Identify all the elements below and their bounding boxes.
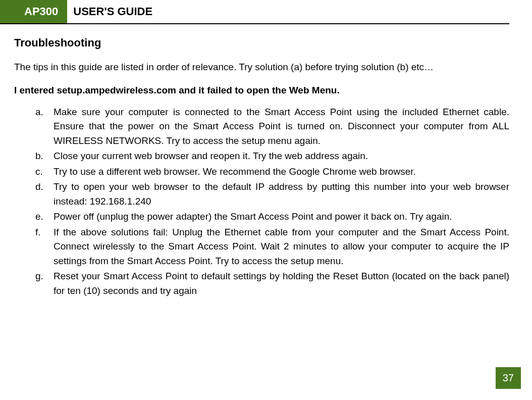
list-item: a. Make sure your computer is connected … <box>35 105 509 148</box>
product-badge: AP300 <box>0 0 67 23</box>
list-marker: b. <box>35 149 54 164</box>
list-item: b. Close your current web browser and re… <box>35 149 509 164</box>
list-text: Make sure your computer is connected to … <box>54 105 509 148</box>
list-item: e. Power off (unplug the power adapter) … <box>35 210 509 224</box>
page-header: AP300 USER'S GUIDE <box>0 0 509 24</box>
list-text: Try to open your web browser to the defa… <box>54 180 509 209</box>
list-text: Close your current web browser and reope… <box>54 149 509 164</box>
list-marker: g. <box>35 269 54 298</box>
list-marker: e. <box>35 210 54 224</box>
list-item: f. If the above solutions fail: Unplug t… <box>35 225 509 269</box>
list-item: g. Reset your Smart Access Point to defa… <box>35 269 509 298</box>
list-marker: a. <box>35 105 54 148</box>
list-marker: f. <box>35 225 54 269</box>
list-text: Reset your Smart Access Point to default… <box>54 269 509 298</box>
page-number: 37 <box>496 367 521 389</box>
solution-list: a. Make sure your computer is connected … <box>14 105 509 298</box>
list-marker: c. <box>35 165 54 179</box>
list-text: If the above solutions fail: Unplug the … <box>54 225 509 269</box>
intro-paragraph: The tips in this guide are listed in ord… <box>14 61 509 74</box>
list-text: Try to use a different web browser. We r… <box>54 165 509 179</box>
list-item: c. Try to use a different web browser. W… <box>35 165 509 179</box>
section-heading: Troubleshooting <box>14 36 509 49</box>
page-content: Troubleshooting The tips in this guide a… <box>0 24 532 298</box>
list-item: d. Try to open your web browser to the d… <box>35 180 509 209</box>
list-text: Power off (unplug the power adapter) the… <box>54 210 509 224</box>
problem-heading: I entered setup.ampedwireless.com and it… <box>14 85 509 96</box>
list-marker: d. <box>35 180 54 209</box>
document-title: USER'S GUIDE <box>67 0 152 23</box>
